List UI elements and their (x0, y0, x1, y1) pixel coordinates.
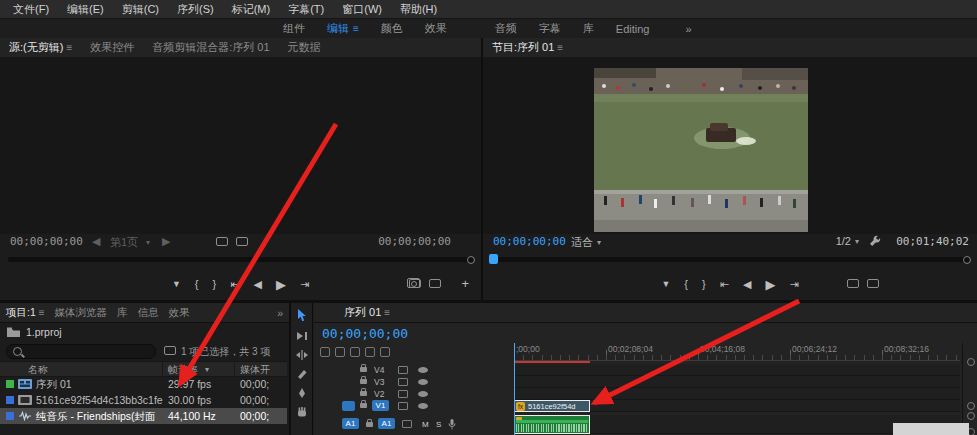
lock-icon[interactable] (360, 379, 367, 384)
workspace-overflow-chevron[interactable]: » (674, 23, 702, 35)
tab-info[interactable]: 信息 (138, 306, 159, 320)
menu-item-window[interactable]: 窗口(W) (333, 2, 391, 17)
timeline-playhead[interactable] (514, 343, 515, 435)
search-input[interactable] (6, 344, 156, 359)
track-visibility-eye-icon[interactable] (418, 379, 428, 385)
track-header-v1[interactable]: V1 (314, 400, 514, 412)
tab-audio-clip-mixer[interactable]: 音频剪辑混合器:序列 01 (152, 40, 269, 55)
play-icon[interactable]: ▶ (276, 278, 286, 291)
sync-lock-icon[interactable] (398, 378, 408, 386)
source-page-label[interactable]: 第1页 (110, 235, 138, 250)
workspace-menu-icon[interactable]: ≡ (353, 23, 359, 34)
program-seek-bar[interactable] (491, 257, 969, 262)
source-seek-bar[interactable] (8, 257, 473, 262)
sync-lock-icon[interactable] (398, 402, 408, 410)
timeline-scroll-rail[interactable] (962, 343, 977, 435)
button-editor-plus[interactable]: + (461, 276, 469, 291)
workspace-tab-color[interactable]: 颜色 (370, 21, 414, 36)
sync-lock-icon[interactable] (398, 390, 408, 398)
list-view-icon[interactable] (164, 346, 176, 355)
tool-hand[interactable] (296, 407, 308, 417)
source-patch-a1[interactable]: A1 (342, 418, 359, 429)
panel-divider[interactable] (0, 300, 977, 303)
label-color-chip[interactable] (6, 412, 14, 420)
tab-sequence[interactable]: 序列 01 ≡ (344, 305, 390, 320)
track-content-v2[interactable] (514, 388, 960, 400)
tab-libraries[interactable]: 库 (117, 306, 128, 320)
menu-item-edit[interactable]: 编辑(E) (58, 2, 113, 17)
panel-menu-icon[interactable]: ≡ (557, 42, 563, 53)
track-visibility-eye-icon[interactable] (418, 403, 428, 409)
mute-button[interactable]: M (422, 420, 429, 429)
project-overflow-chevron[interactable]: » (277, 307, 283, 319)
project-bin-name[interactable]: 1.prproj (26, 326, 62, 338)
lift-icon[interactable] (847, 279, 859, 288)
track-visibility-eye-icon[interactable] (418, 391, 428, 397)
column-name[interactable]: 名称 (28, 363, 48, 377)
workspace-tab-editing[interactable]: 编辑 ≡ (316, 21, 370, 36)
menu-item-sequence[interactable]: 序列(S) (168, 2, 223, 17)
lock-icon[interactable] (360, 403, 367, 408)
goto-in-icon[interactable]: ⇤ (720, 279, 729, 290)
step-back-icon[interactable]: ◀ (253, 279, 261, 290)
source-page-prev-icon[interactable]: ◀ (92, 235, 100, 248)
label-color-chip[interactable] (6, 396, 14, 404)
linked-selection-icon[interactable] (350, 347, 360, 357)
export-frame-icon[interactable] (407, 278, 420, 288)
track-content-v3[interactable] (514, 376, 960, 388)
track-target-a1[interactable]: A1 (378, 418, 395, 429)
add-marker-icon[interactable]: ▼ (172, 280, 181, 289)
drag-audio-icon[interactable] (429, 279, 441, 288)
tool-ripple-edit[interactable] (296, 350, 308, 360)
track-header-a1[interactable]: A1 A1 M S (314, 415, 514, 434)
add-marker-icon[interactable] (365, 347, 375, 357)
workspace-tab-libraries[interactable]: 库 (572, 21, 605, 36)
lock-icon[interactable] (360, 391, 367, 396)
menu-item-help[interactable]: 帮助(H) (391, 2, 446, 17)
tab-metadata[interactable]: 元数据 (288, 40, 321, 55)
track-content-v4[interactable] (514, 364, 960, 376)
panel-menu-icon[interactable]: ≡ (66, 42, 72, 53)
tab-effects[interactable]: 效果 (169, 306, 190, 320)
track-header-v4[interactable]: V4 (314, 364, 514, 376)
tool-selection[interactable] (296, 309, 307, 322)
track-target-v1[interactable]: V1 (372, 400, 389, 411)
source-page-next-icon[interactable]: ▶ (162, 235, 170, 248)
workspace-tab-audio[interactable]: 音频 (484, 21, 528, 36)
mark-in-icon[interactable]: { (195, 279, 199, 290)
extract-icon[interactable] (867, 279, 879, 288)
workspace-tab-editing-custom[interactable]: Editing (605, 23, 661, 35)
project-row-sequence[interactable]: 序列 01 29.97 fps 00;00; (0, 376, 287, 392)
menu-item-marker[interactable]: 标记(M) (223, 2, 280, 17)
track-header-v3[interactable]: V3 (314, 376, 514, 388)
mark-out-icon[interactable]: } (702, 279, 706, 290)
column-framerate[interactable]: 帧速率 (168, 363, 198, 377)
menu-item-clip[interactable]: 剪辑(C) (113, 2, 168, 17)
source-patch-v1[interactable] (342, 401, 355, 411)
add-marker-icon[interactable]: ▼ (661, 280, 670, 289)
voiceover-mic-icon[interactable] (448, 419, 456, 430)
source-settings-icon[interactable] (216, 237, 228, 246)
menu-item-file[interactable]: 文件(F) (4, 2, 58, 17)
tab-source-monitor[interactable]: 源:(无剪辑) ≡ (9, 40, 72, 55)
source-seek-handle[interactable] (467, 256, 475, 264)
column-media-start[interactable]: 媒体开 (240, 363, 270, 377)
scroll-handle-icon[interactable] (967, 402, 975, 410)
tab-effect-controls[interactable]: 效果控件 (90, 40, 134, 55)
workspace-tab-captions[interactable]: 字幕 (528, 21, 572, 36)
source-output-icon[interactable] (236, 237, 248, 246)
label-color-chip[interactable] (6, 380, 14, 388)
tab-media-browser[interactable]: 媒体浏览器 (55, 306, 108, 320)
program-playhead-handle[interactable] (489, 254, 498, 264)
audio-clip-a1[interactable] (514, 415, 590, 434)
sync-lock-icon[interactable] (402, 420, 412, 428)
goto-out-icon[interactable]: ⇥ (789, 279, 798, 290)
menu-item-title[interactable]: 字幕(T) (279, 2, 333, 17)
project-row-audio-clip[interactable]: 纯音乐 - Friendships(封面 44,100 Hz 00;00; (0, 408, 287, 424)
playback-resolution-dropdown[interactable]: 1/2 ▾ (836, 235, 859, 247)
scroll-handle-icon[interactable] (967, 412, 975, 420)
track-header-v2[interactable]: V2 (314, 388, 514, 400)
panel-menu-icon[interactable]: ≡ (39, 307, 45, 318)
nest-toggle-icon[interactable] (320, 347, 330, 357)
timeline-current-timecode[interactable]: 00;00;00;00 (322, 326, 408, 341)
